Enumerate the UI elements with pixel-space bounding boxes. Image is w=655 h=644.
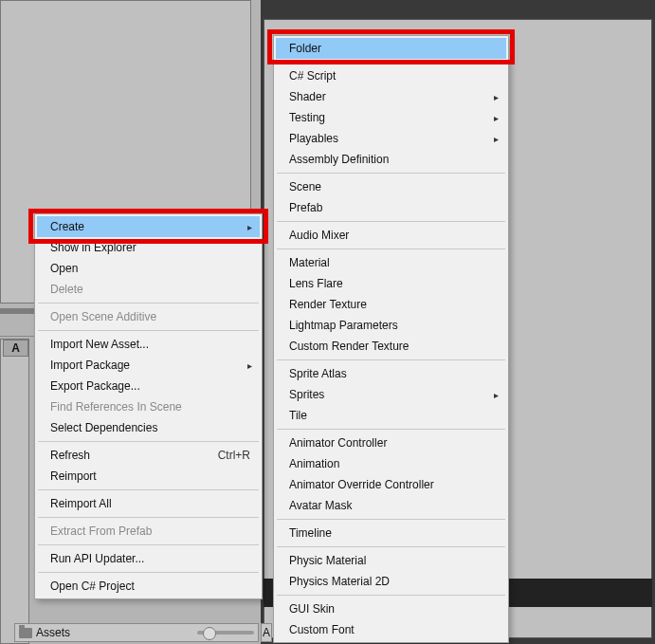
menu-separator xyxy=(38,330,259,331)
menu-item-refresh[interactable]: Refresh Ctrl+R xyxy=(37,445,260,466)
menu-separator xyxy=(38,489,259,490)
menu-item-run-api-updater[interactable]: Run API Updater... xyxy=(37,548,260,569)
menu-separator xyxy=(277,359,505,360)
menu-item-label: Reimport xyxy=(50,469,97,483)
menu-item-label: Avatar Mask xyxy=(289,499,352,512)
menu-item-material[interactable]: Material xyxy=(276,252,506,273)
menu-item-export-package[interactable]: Export Package... xyxy=(37,376,260,396)
menu-item-reimport-all[interactable]: Reimport All xyxy=(37,493,260,514)
menu-item-label: Extract From Prefab xyxy=(50,524,152,538)
menu-separator xyxy=(277,429,505,430)
chevron-right-icon: ▸ xyxy=(494,92,499,102)
menu-item-label: Timeline xyxy=(289,526,332,540)
menu-item-delete: Delete xyxy=(37,279,260,300)
menu-item-animation[interactable]: Animation xyxy=(276,453,506,474)
menu-item-label: Delete xyxy=(50,283,83,296)
chevron-right-icon: ▸ xyxy=(247,360,252,371)
menu-item-label: Scene xyxy=(289,180,321,193)
menu-item-label: Lens Flare xyxy=(289,277,343,290)
menu-item-folder[interactable]: Folder xyxy=(276,38,506,59)
menu-item-label: Open xyxy=(50,262,78,275)
menu-item-sprites[interactable]: Sprites ▸ xyxy=(276,384,506,405)
assets-context-menu: Create ▸ Show in Explorer Open Delete Op… xyxy=(34,213,263,599)
menu-separator xyxy=(277,546,505,547)
menu-item-label: Material xyxy=(289,256,330,269)
menu-separator xyxy=(277,221,505,222)
menu-item-label: Select Dependencies xyxy=(50,421,157,434)
project-tab-label: A xyxy=(11,341,20,355)
menu-item-shader[interactable]: Shader ▸ xyxy=(276,86,506,107)
menu-item-timeline[interactable]: Timeline xyxy=(276,523,506,543)
menu-item-label: Tile xyxy=(289,409,307,422)
project-panel: A xyxy=(0,339,29,644)
menu-item-audio-mixer[interactable]: Audio Mixer xyxy=(276,225,506,246)
menu-item-label: Playables xyxy=(289,132,338,145)
project-tab[interactable]: A xyxy=(3,340,28,357)
menu-item-label: Show in Explorer xyxy=(50,241,136,254)
menu-item-scene[interactable]: Scene xyxy=(276,176,506,197)
menu-item-physic-material[interactable]: Physic Material xyxy=(276,550,506,571)
folder-icon xyxy=(19,628,32,638)
menu-separator xyxy=(277,519,505,520)
menu-item-physics-material-2d[interactable]: Physics Material 2D xyxy=(276,571,506,592)
menu-item-label: Shader xyxy=(289,90,326,103)
menu-item-find-references: Find References In Scene xyxy=(37,396,260,417)
menu-item-shortcut: Ctrl+R xyxy=(218,449,250,462)
menu-item-select-dependencies[interactable]: Select Dependencies xyxy=(37,417,260,438)
menu-item-extract-from-prefab: Extract From Prefab xyxy=(37,521,260,542)
menu-separator xyxy=(38,517,259,518)
menu-item-playables[interactable]: Playables ▸ xyxy=(276,128,506,149)
menu-item-label: Custom Font xyxy=(289,623,355,636)
chevron-right-icon: ▸ xyxy=(494,134,499,144)
thumbnail-size-slider[interactable] xyxy=(197,631,254,635)
menu-item-lightmap-parameters[interactable]: Lightmap Parameters xyxy=(276,315,506,336)
menu-item-gui-skin[interactable]: GUI Skin xyxy=(276,598,506,619)
menu-separator xyxy=(277,595,505,596)
menu-item-label: Import Package xyxy=(50,359,130,372)
footer-right-label: A xyxy=(263,626,270,639)
menu-item-label: Folder xyxy=(289,42,321,55)
menu-item-label: Refresh xyxy=(50,449,90,462)
menu-item-testing[interactable]: Testing ▸ xyxy=(276,107,506,128)
create-submenu: Folder C# Script Shader ▸ Testing ▸ Play… xyxy=(273,35,509,643)
footer-right-cell: A xyxy=(261,623,272,642)
menu-item-open-csharp-project[interactable]: Open C# Project xyxy=(37,576,260,597)
menu-item-label: Find References In Scene xyxy=(50,400,182,414)
menu-item-lens-flare[interactable]: Lens Flare xyxy=(276,273,506,294)
menu-item-label: GUI Skin xyxy=(289,602,335,616)
menu-item-reimport[interactable]: Reimport xyxy=(37,466,260,487)
menu-item-label: Lightmap Parameters xyxy=(289,319,398,332)
menu-item-import-new-asset[interactable]: Import New Asset... xyxy=(37,334,260,355)
menu-item-tile[interactable]: Tile xyxy=(276,405,506,426)
menu-item-sprite-atlas[interactable]: Sprite Atlas xyxy=(276,363,506,384)
chevron-right-icon: ▸ xyxy=(247,222,252,232)
menu-item-label: Open C# Project xyxy=(50,580,135,593)
menu-item-label: Reimport All xyxy=(50,497,112,510)
menu-item-create[interactable]: Create ▸ xyxy=(37,216,260,237)
menu-item-assembly-definition[interactable]: Assembly Definition xyxy=(276,149,506,170)
menu-separator xyxy=(38,441,259,442)
menu-item-animator-override-controller[interactable]: Animator Override Controller xyxy=(276,474,506,495)
menu-item-label: Sprites xyxy=(289,388,324,401)
menu-item-prefab[interactable]: Prefab xyxy=(276,197,506,218)
menu-separator xyxy=(38,572,259,573)
menu-item-csharp-script[interactable]: C# Script xyxy=(276,65,506,86)
menu-separator xyxy=(277,248,505,249)
menu-item-label: Assembly Definition xyxy=(289,153,389,166)
menu-item-avatar-mask[interactable]: Avatar Mask xyxy=(276,495,506,516)
menu-item-open[interactable]: Open xyxy=(37,258,260,279)
menu-item-custom-font[interactable]: Custom Font xyxy=(276,619,506,640)
menu-item-label: C# Script xyxy=(289,69,336,83)
menu-item-animator-controller[interactable]: Animator Controller xyxy=(276,432,506,453)
menu-item-label: Prefab xyxy=(289,201,322,214)
menu-item-label: Testing xyxy=(289,111,325,124)
menu-separator xyxy=(277,173,505,174)
menu-item-import-package[interactable]: Import Package ▸ xyxy=(37,355,260,376)
menu-item-render-texture[interactable]: Render Texture xyxy=(276,294,506,315)
menu-item-open-scene-additive: Open Scene Additive xyxy=(37,306,260,327)
menu-item-label: Animator Controller xyxy=(289,436,387,450)
menu-separator xyxy=(38,303,259,304)
assets-breadcrumb[interactable]: Assets xyxy=(14,623,259,642)
menu-item-custom-render-texture[interactable]: Custom Render Texture xyxy=(276,336,506,357)
menu-item-show-in-explorer[interactable]: Show in Explorer xyxy=(37,237,260,258)
